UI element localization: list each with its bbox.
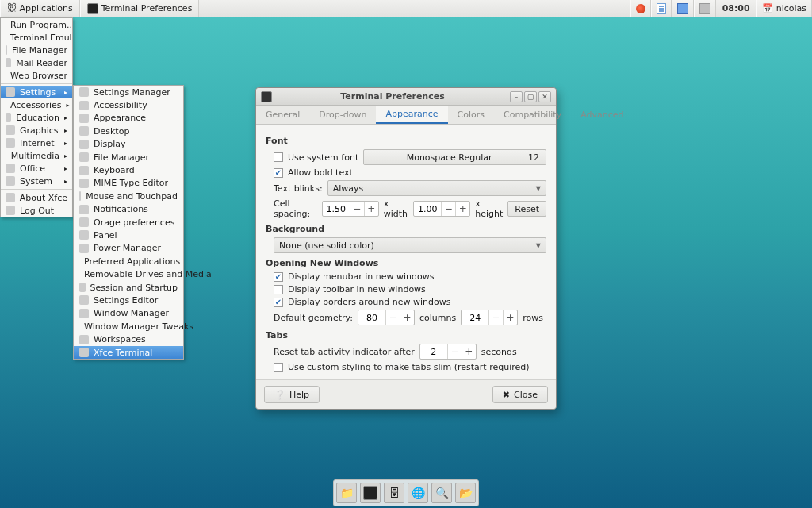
cell-width-input[interactable]	[323, 204, 350, 214]
slim-tabs-checkbox[interactable]	[274, 363, 283, 372]
submenu-item[interactable]: Window Manager	[74, 307, 183, 320]
submenu-item[interactable]: Panel	[74, 229, 183, 241]
use-system-font-checkbox[interactable]	[274, 152, 283, 162]
dock-terminal[interactable]	[360, 483, 381, 503]
seconds-spin[interactable]: − +	[419, 344, 477, 360]
tab-general[interactable]: General	[256, 106, 309, 124]
allow-bold-checkbox[interactable]	[274, 168, 283, 178]
appmenu-item[interactable]: Graphics▸	[1, 124, 72, 137]
x-width-label: x width	[384, 198, 408, 219]
display-borders-checkbox[interactable]	[274, 298, 283, 307]
reset-cell-spacing-button[interactable]: Reset	[508, 201, 546, 217]
dock-file-manager[interactable]: 📁	[336, 483, 357, 503]
plus-button[interactable]: +	[455, 202, 469, 216]
submenu-item[interactable]: Accessibility	[74, 98, 183, 111]
minus-button[interactable]: −	[350, 202, 364, 216]
submenu-item[interactable]: Settings Manager	[74, 86, 183, 98]
tab-appearance[interactable]: Appearance	[376, 106, 447, 124]
close-dialog-button[interactable]: ✖ Close	[492, 386, 548, 403]
appmenu-item[interactable]: System▸	[1, 175, 72, 187]
tab-compatibility[interactable]: Compatibility	[494, 106, 571, 124]
appmenu-item[interactable]: Run Program...	[1, 18, 72, 31]
columns-input[interactable]	[358, 313, 385, 323]
dock-web-browser[interactable]: 🌐	[408, 483, 428, 503]
tab-advanced[interactable]: Advanced	[571, 106, 633, 124]
submenu-item[interactable]: Preferred Applications	[74, 255, 183, 267]
submenu-item[interactable]: Notifications	[74, 203, 183, 216]
seconds-input[interactable]	[420, 347, 447, 357]
minus-button[interactable]: −	[441, 202, 455, 216]
plus-button[interactable]: +	[503, 310, 517, 325]
user-button[interactable]: nicolas	[756, 0, 812, 17]
taskbar-window-button[interactable]: Terminal Preferences	[80, 0, 200, 17]
columns-spin[interactable]: − +	[358, 310, 415, 325]
dock-folder[interactable]: 📂	[455, 483, 476, 503]
tray-icon-1[interactable]	[630, 0, 651, 17]
rows-input[interactable]	[462, 313, 488, 323]
background-mode-combo[interactable]: None (use solid color) ▼	[274, 237, 546, 253]
submenu-item[interactable]: File Manager	[74, 151, 183, 164]
menu-item-label: Power Manager	[94, 243, 161, 253]
menu-item-icon	[79, 348, 89, 357]
appmenu-item[interactable]: File Manager	[1, 44, 72, 56]
tab-drop-down[interactable]: Drop-down	[309, 106, 376, 124]
dock-search[interactable]: 🔍	[431, 483, 452, 503]
text-blinks-combo[interactable]: Always ▼	[327, 180, 546, 196]
submenu-item[interactable]: Xfce Terminal	[74, 346, 183, 359]
applications-menu-button[interactable]: Applications	[0, 0, 80, 17]
minus-button[interactable]: −	[488, 310, 503, 325]
rows-spin[interactable]: − +	[461, 310, 518, 325]
minus-button[interactable]: −	[385, 310, 400, 325]
submenu-item[interactable]: Settings Editor	[74, 294, 183, 306]
appmenu-item[interactable]: Education▸	[1, 111, 72, 124]
dock-drives[interactable]: 🗄	[384, 483, 404, 503]
cell-height-spin[interactable]: − +	[413, 201, 470, 217]
submenu-item[interactable]: Keyboard	[74, 164, 183, 176]
appmenu-item[interactable]: Office▸	[1, 162, 72, 175]
submenu-item[interactable]: Power Manager	[74, 242, 183, 255]
minus-button[interactable]: −	[447, 344, 462, 359]
help-button[interactable]: ❔ Help	[264, 386, 320, 403]
appmenu-item[interactable]: About Xfce	[1, 191, 72, 204]
seconds-label: seconds	[481, 347, 517, 357]
minimize-button[interactable]: –	[510, 91, 523, 102]
appmenu-item[interactable]: Terminal Emulator	[1, 31, 72, 44]
maximize-button[interactable]: ▢	[524, 91, 537, 102]
appmenu-item[interactable]: Web Browser	[1, 69, 72, 82]
clock[interactable]: 08:00	[716, 0, 756, 17]
appmenu-item[interactable]: Log Out	[1, 204, 72, 217]
submenu-item[interactable]: Orage preferences	[74, 216, 183, 229]
plus-button[interactable]: +	[364, 202, 378, 216]
settings-submenu: Settings ManagerAccessibilityAppearanceD…	[73, 85, 184, 360]
cell-height-input[interactable]	[414, 204, 441, 214]
submenu-item[interactable]: Window Manager Tweaks	[74, 320, 183, 333]
menu-item-label: Settings	[20, 87, 56, 98]
display-toolbar-checkbox[interactable]	[274, 285, 283, 294]
menu-item-icon	[6, 58, 11, 67]
tab-colors[interactable]: Colors	[448, 106, 494, 124]
close-button[interactable]: ✕	[538, 91, 551, 102]
plus-button[interactable]: +	[462, 344, 476, 359]
appmenu-item[interactable]: Internet▸	[1, 137, 72, 149]
tray-icon-2[interactable]	[651, 0, 672, 17]
appmenu-item[interactable]: Accessories▸	[1, 98, 72, 111]
tray-icon-4[interactable]	[694, 0, 716, 17]
titlebar[interactable]: Terminal Preferences – ▢ ✕	[256, 88, 556, 106]
font-chooser-button[interactable]: Monospace Regular 12	[363, 149, 546, 165]
submenu-item[interactable]: Display	[74, 138, 183, 151]
submenu-item[interactable]: Workspaces	[74, 333, 183, 345]
plus-button[interactable]: +	[400, 310, 414, 325]
submenu-item[interactable]: Removable Drives and Media	[74, 267, 183, 280]
appmenu-item[interactable]: Mail Reader	[1, 56, 72, 69]
submenu-item[interactable]: Appearance	[74, 112, 183, 125]
display-menubar-checkbox[interactable]	[274, 272, 283, 282]
appmenu-item[interactable]: Multimedia▸	[1, 149, 72, 162]
submenu-item[interactable]: Desktop	[74, 125, 183, 137]
tray-icon-3[interactable]	[672, 0, 694, 17]
submenu-item[interactable]: Mouse and Touchpad	[74, 190, 183, 202]
submenu-item[interactable]: MIME Type Editor	[74, 177, 183, 190]
submenu-item[interactable]: Session and Startup	[74, 281, 183, 294]
menu-item-icon	[79, 283, 86, 292]
cell-width-spin[interactable]: − +	[322, 201, 379, 217]
appmenu-item[interactable]: Settings▸	[1, 86, 72, 98]
